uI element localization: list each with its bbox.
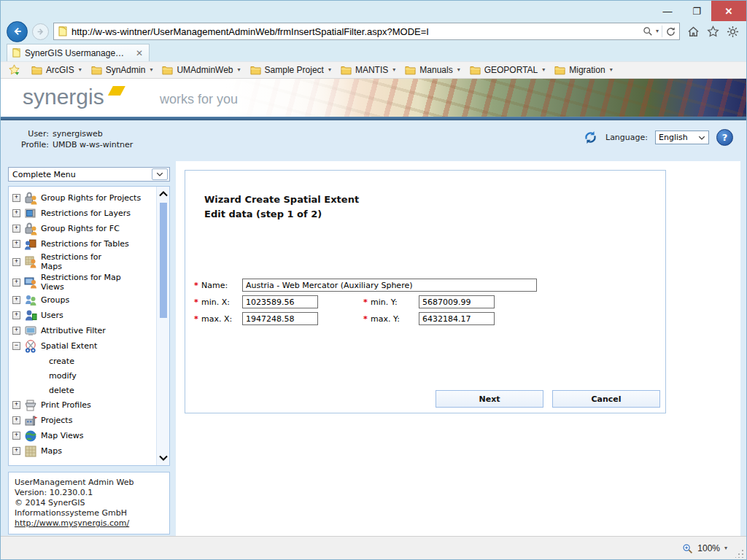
sidebar-subitem-create[interactable]: create (12, 354, 153, 368)
miny-field[interactable] (419, 295, 495, 308)
favorite-item-arcgis[interactable]: ArcGIS▾ (28, 63, 88, 77)
sidebar-item-group-rights-for-projects[interactable]: +Group Rights for Projects (12, 190, 153, 206)
expand-icon[interactable]: + (12, 209, 20, 217)
sidebar-item-restrictions-for-maps[interactable]: +Restrictions for Maps (12, 252, 153, 272)
maxx-field[interactable] (242, 312, 318, 325)
resize-grip[interactable] (735, 549, 744, 558)
scroll-down-icon[interactable] (157, 452, 170, 464)
address-bar[interactable]: ▾ (53, 23, 680, 40)
printer-icon (23, 398, 38, 413)
favorite-item-manuals[interactable]: Manuals▾ (401, 63, 465, 77)
sidebar-item-attributive-filter[interactable]: +Attributive Filter (12, 323, 153, 338)
info-line: Informationssysteme GmbH (15, 508, 163, 518)
minx-field[interactable] (242, 295, 318, 308)
expand-icon[interactable]: + (12, 327, 20, 335)
close-button[interactable]: ✕ (711, 1, 746, 21)
name-label: Name: (201, 281, 242, 290)
scrollbar-thumb[interactable] (160, 203, 167, 318)
favorite-item-sample-project[interactable]: Sample Project▾ (247, 63, 337, 77)
settings-gear-icon[interactable] (727, 26, 739, 38)
expand-icon[interactable]: + (12, 225, 20, 233)
collapse-icon[interactable]: − (12, 342, 20, 350)
zoom-icon[interactable] (682, 543, 693, 554)
sidebar-item-label: Spatial Extent (41, 341, 97, 351)
expand-icon[interactable]: + (12, 432, 20, 440)
favorite-item-migration[interactable]: Migration▾ (551, 63, 618, 77)
scroll-up-icon[interactable] (157, 188, 170, 200)
expand-icon[interactable]: + (12, 416, 20, 424)
browser-tab[interactable]: SynerGIS Usermanagement ... ✕ (7, 44, 150, 61)
favorite-item-synadmin[interactable]: SynAdmin▾ (88, 63, 159, 77)
status-bar: 100% ▾ (1, 536, 746, 560)
favorite-item-mantis[interactable]: MANTIS▾ (337, 63, 401, 77)
sidebar-item-restrictions-for-map-views[interactable]: +Restrictions for Map Views (12, 272, 153, 292)
expand-icon[interactable]: + (12, 240, 20, 248)
sidebar-item-map-views[interactable]: +Map Views (12, 428, 153, 443)
profile-label: Profile: (21, 140, 49, 149)
back-button[interactable] (7, 21, 28, 42)
tab-close-icon[interactable]: ✕ (134, 48, 144, 58)
maxy-field[interactable] (419, 312, 495, 325)
required-marker: * (194, 281, 201, 290)
miny-label: min. Y: (371, 298, 419, 307)
favorite-item-label: GEOPORTAL (484, 65, 538, 75)
sidebar-item-spatial-extent[interactable]: −Spatial Extent (12, 338, 153, 354)
expand-icon[interactable]: + (12, 258, 20, 266)
tab-page-icon (12, 48, 21, 58)
sidebar-item-group-rights-for-fc[interactable]: +Group Rights for FC (12, 221, 153, 236)
logo-swoosh-icon (108, 86, 125, 96)
language-select[interactable]: English (655, 131, 709, 144)
favorites-star-icon[interactable] (707, 26, 719, 38)
refresh-icon[interactable] (665, 26, 676, 37)
expand-icon[interactable]: + (12, 447, 20, 455)
menu-select[interactable]: Complete Menu (8, 167, 170, 182)
help-button[interactable]: ? (716, 129, 733, 146)
sidebar-item-label: Projects (41, 416, 72, 425)
sidebar-item-print-profiles[interactable]: +Print Profiles (12, 397, 153, 413)
sidebar-subitem-delete[interactable]: delete (12, 383, 153, 397)
menu-select-chevron (152, 168, 168, 180)
expand-icon[interactable]: + (12, 311, 20, 319)
minimize-button[interactable]: — (653, 1, 682, 21)
zoom-level[interactable]: 100% (697, 543, 720, 553)
required-marker: * (194, 298, 201, 307)
forward-button[interactable] (32, 23, 49, 40)
wizard-title-line1: Wizard Create Spatial Extent (204, 192, 359, 207)
expand-icon[interactable]: + (12, 279, 20, 287)
synergis-link[interactable]: http://www.mysynergis.com/ (15, 518, 129, 528)
cancel-button[interactable]: Cancel (552, 390, 660, 408)
reload-language-icon[interactable] (583, 130, 598, 145)
sidebar-item-label: Map Views (41, 431, 84, 440)
minx-label: min. X: (201, 298, 242, 307)
favorite-item-umadminweb[interactable]: UMAdminWeb▾ (158, 63, 246, 77)
sidebar-item-users[interactable]: +Users (12, 308, 153, 323)
zoom-caret-icon[interactable]: ▾ (724, 545, 727, 551)
sidebar-subitem-modify[interactable]: modify (12, 368, 153, 383)
expand-icon[interactable]: + (12, 194, 20, 202)
sidebar-item-maps[interactable]: +Maps (12, 443, 153, 459)
search-caret-icon[interactable]: ▾ (656, 28, 659, 34)
home-icon[interactable] (687, 26, 700, 38)
chevron-down-icon (698, 136, 705, 140)
add-favorite-icon[interactable] (8, 64, 20, 76)
sidebar-item-restrictions-for-layers[interactable]: +Restrictions for Layers (12, 206, 153, 221)
wizard-form: * Name: * min. X: * min. Y: * max. X: (194, 279, 537, 329)
sidebar-item-groups[interactable]: +Groups (12, 292, 153, 308)
folder-icon (162, 66, 173, 75)
language-label: Language: (605, 133, 648, 142)
next-button[interactable]: Next (436, 390, 543, 408)
sidebar-item-projects[interactable]: +Projects (12, 413, 153, 428)
folder-icon (250, 66, 261, 75)
expand-icon[interactable]: + (12, 401, 20, 409)
chevron-down-icon: ▾ (610, 67, 613, 73)
search-icon[interactable] (643, 26, 653, 36)
tree-scrollbar[interactable] (156, 187, 169, 465)
name-field[interactable] (242, 279, 537, 292)
url-input[interactable] (71, 24, 639, 39)
favorite-item-geoportal[interactable]: GEOPORTAL▾ (466, 63, 551, 77)
sidebar-item-restrictions-for-tables[interactable]: +Restrictions for Tables (12, 236, 153, 252)
info-line: Version: 10.230.0.1 (15, 488, 163, 498)
maximize-button[interactable]: ❐ (682, 1, 711, 21)
maxy-label: max. Y: (371, 314, 419, 324)
expand-icon[interactable]: + (12, 296, 20, 304)
